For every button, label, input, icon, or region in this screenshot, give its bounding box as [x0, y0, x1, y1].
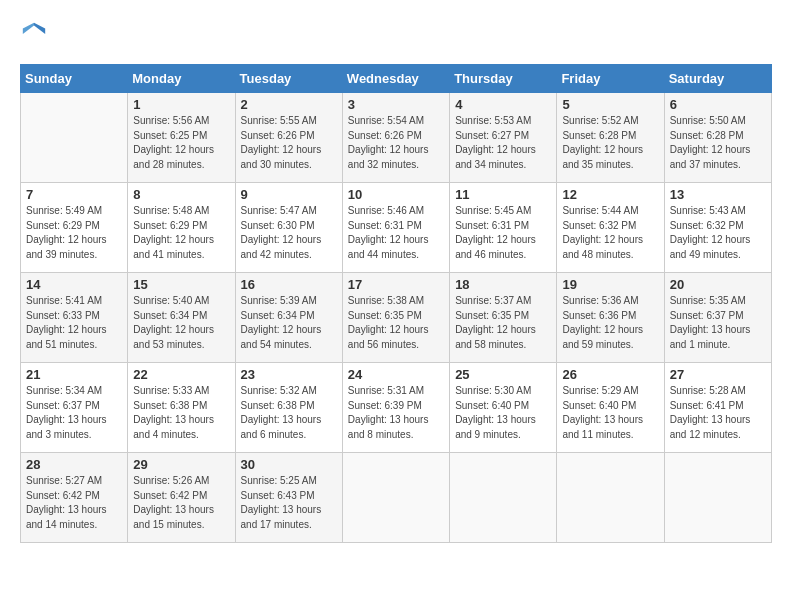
calendar-cell [450, 453, 557, 543]
logo [20, 20, 52, 48]
day-number: 27 [670, 367, 766, 382]
calendar-cell [342, 453, 449, 543]
calendar-cell: 7Sunrise: 5:49 AMSunset: 6:29 PMDaylight… [21, 183, 128, 273]
day-info: Sunrise: 5:36 AMSunset: 6:36 PMDaylight:… [562, 294, 658, 352]
svg-marker-1 [23, 23, 34, 34]
day-number: 25 [455, 367, 551, 382]
day-number: 30 [241, 457, 337, 472]
day-info: Sunrise: 5:44 AMSunset: 6:32 PMDaylight:… [562, 204, 658, 262]
day-number: 13 [670, 187, 766, 202]
calendar-cell: 27Sunrise: 5:28 AMSunset: 6:41 PMDayligh… [664, 363, 771, 453]
day-info: Sunrise: 5:54 AMSunset: 6:26 PMDaylight:… [348, 114, 444, 172]
day-number: 7 [26, 187, 122, 202]
calendar-cell: 22Sunrise: 5:33 AMSunset: 6:38 PMDayligh… [128, 363, 235, 453]
calendar-cell: 3Sunrise: 5:54 AMSunset: 6:26 PMDaylight… [342, 93, 449, 183]
day-number: 20 [670, 277, 766, 292]
day-info: Sunrise: 5:37 AMSunset: 6:35 PMDaylight:… [455, 294, 551, 352]
day-number: 12 [562, 187, 658, 202]
calendar-cell: 23Sunrise: 5:32 AMSunset: 6:38 PMDayligh… [235, 363, 342, 453]
day-info: Sunrise: 5:55 AMSunset: 6:26 PMDaylight:… [241, 114, 337, 172]
day-number: 24 [348, 367, 444, 382]
calendar-cell: 30Sunrise: 5:25 AMSunset: 6:43 PMDayligh… [235, 453, 342, 543]
calendar-table: SundayMondayTuesdayWednesdayThursdayFrid… [20, 64, 772, 543]
day-info: Sunrise: 5:29 AMSunset: 6:40 PMDaylight:… [562, 384, 658, 442]
column-header-tuesday: Tuesday [235, 65, 342, 93]
calendar-cell: 15Sunrise: 5:40 AMSunset: 6:34 PMDayligh… [128, 273, 235, 363]
day-number: 8 [133, 187, 229, 202]
header [20, 20, 772, 48]
calendar-cell: 6Sunrise: 5:50 AMSunset: 6:28 PMDaylight… [664, 93, 771, 183]
column-header-saturday: Saturday [664, 65, 771, 93]
calendar-cell: 19Sunrise: 5:36 AMSunset: 6:36 PMDayligh… [557, 273, 664, 363]
day-number: 4 [455, 97, 551, 112]
column-header-wednesday: Wednesday [342, 65, 449, 93]
day-number: 11 [455, 187, 551, 202]
day-number: 26 [562, 367, 658, 382]
calendar-cell: 20Sunrise: 5:35 AMSunset: 6:37 PMDayligh… [664, 273, 771, 363]
calendar-cell: 28Sunrise: 5:27 AMSunset: 6:42 PMDayligh… [21, 453, 128, 543]
day-info: Sunrise: 5:28 AMSunset: 6:41 PMDaylight:… [670, 384, 766, 442]
calendar-cell: 2Sunrise: 5:55 AMSunset: 6:26 PMDaylight… [235, 93, 342, 183]
day-number: 9 [241, 187, 337, 202]
day-info: Sunrise: 5:48 AMSunset: 6:29 PMDaylight:… [133, 204, 229, 262]
calendar-cell: 13Sunrise: 5:43 AMSunset: 6:32 PMDayligh… [664, 183, 771, 273]
calendar-cell: 24Sunrise: 5:31 AMSunset: 6:39 PMDayligh… [342, 363, 449, 453]
day-info: Sunrise: 5:50 AMSunset: 6:28 PMDaylight:… [670, 114, 766, 172]
calendar-cell: 16Sunrise: 5:39 AMSunset: 6:34 PMDayligh… [235, 273, 342, 363]
day-info: Sunrise: 5:39 AMSunset: 6:34 PMDaylight:… [241, 294, 337, 352]
day-info: Sunrise: 5:41 AMSunset: 6:33 PMDaylight:… [26, 294, 122, 352]
day-number: 3 [348, 97, 444, 112]
day-number: 14 [26, 277, 122, 292]
day-info: Sunrise: 5:45 AMSunset: 6:31 PMDaylight:… [455, 204, 551, 262]
column-header-monday: Monday [128, 65, 235, 93]
logo-icon [20, 20, 48, 48]
calendar-cell: 25Sunrise: 5:30 AMSunset: 6:40 PMDayligh… [450, 363, 557, 453]
calendar-cell [664, 453, 771, 543]
day-number: 21 [26, 367, 122, 382]
calendar-cell: 21Sunrise: 5:34 AMSunset: 6:37 PMDayligh… [21, 363, 128, 453]
day-number: 5 [562, 97, 658, 112]
day-info: Sunrise: 5:31 AMSunset: 6:39 PMDaylight:… [348, 384, 444, 442]
calendar-cell: 17Sunrise: 5:38 AMSunset: 6:35 PMDayligh… [342, 273, 449, 363]
day-info: Sunrise: 5:47 AMSunset: 6:30 PMDaylight:… [241, 204, 337, 262]
day-number: 2 [241, 97, 337, 112]
calendar-cell: 1Sunrise: 5:56 AMSunset: 6:25 PMDaylight… [128, 93, 235, 183]
column-header-friday: Friday [557, 65, 664, 93]
day-number: 23 [241, 367, 337, 382]
calendar-cell: 8Sunrise: 5:48 AMSunset: 6:29 PMDaylight… [128, 183, 235, 273]
day-number: 10 [348, 187, 444, 202]
day-info: Sunrise: 5:49 AMSunset: 6:29 PMDaylight:… [26, 204, 122, 262]
day-info: Sunrise: 5:38 AMSunset: 6:35 PMDaylight:… [348, 294, 444, 352]
day-number: 18 [455, 277, 551, 292]
day-info: Sunrise: 5:33 AMSunset: 6:38 PMDaylight:… [133, 384, 229, 442]
column-header-thursday: Thursday [450, 65, 557, 93]
calendar-cell: 29Sunrise: 5:26 AMSunset: 6:42 PMDayligh… [128, 453, 235, 543]
calendar-cell: 12Sunrise: 5:44 AMSunset: 6:32 PMDayligh… [557, 183, 664, 273]
calendar-cell: 14Sunrise: 5:41 AMSunset: 6:33 PMDayligh… [21, 273, 128, 363]
day-number: 29 [133, 457, 229, 472]
day-number: 19 [562, 277, 658, 292]
calendar-cell: 18Sunrise: 5:37 AMSunset: 6:35 PMDayligh… [450, 273, 557, 363]
day-info: Sunrise: 5:32 AMSunset: 6:38 PMDaylight:… [241, 384, 337, 442]
day-number: 28 [26, 457, 122, 472]
day-info: Sunrise: 5:53 AMSunset: 6:27 PMDaylight:… [455, 114, 551, 172]
day-info: Sunrise: 5:34 AMSunset: 6:37 PMDaylight:… [26, 384, 122, 442]
day-number: 17 [348, 277, 444, 292]
day-info: Sunrise: 5:27 AMSunset: 6:42 PMDaylight:… [26, 474, 122, 532]
column-header-sunday: Sunday [21, 65, 128, 93]
day-number: 22 [133, 367, 229, 382]
day-info: Sunrise: 5:52 AMSunset: 6:28 PMDaylight:… [562, 114, 658, 172]
calendar-cell [21, 93, 128, 183]
day-info: Sunrise: 5:56 AMSunset: 6:25 PMDaylight:… [133, 114, 229, 172]
calendar-cell: 10Sunrise: 5:46 AMSunset: 6:31 PMDayligh… [342, 183, 449, 273]
day-info: Sunrise: 5:46 AMSunset: 6:31 PMDaylight:… [348, 204, 444, 262]
calendar-cell: 9Sunrise: 5:47 AMSunset: 6:30 PMDaylight… [235, 183, 342, 273]
day-number: 6 [670, 97, 766, 112]
day-info: Sunrise: 5:26 AMSunset: 6:42 PMDaylight:… [133, 474, 229, 532]
calendar-cell: 4Sunrise: 5:53 AMSunset: 6:27 PMDaylight… [450, 93, 557, 183]
day-number: 1 [133, 97, 229, 112]
day-info: Sunrise: 5:40 AMSunset: 6:34 PMDaylight:… [133, 294, 229, 352]
calendar-cell: 11Sunrise: 5:45 AMSunset: 6:31 PMDayligh… [450, 183, 557, 273]
day-info: Sunrise: 5:25 AMSunset: 6:43 PMDaylight:… [241, 474, 337, 532]
svg-marker-0 [34, 23, 45, 34]
